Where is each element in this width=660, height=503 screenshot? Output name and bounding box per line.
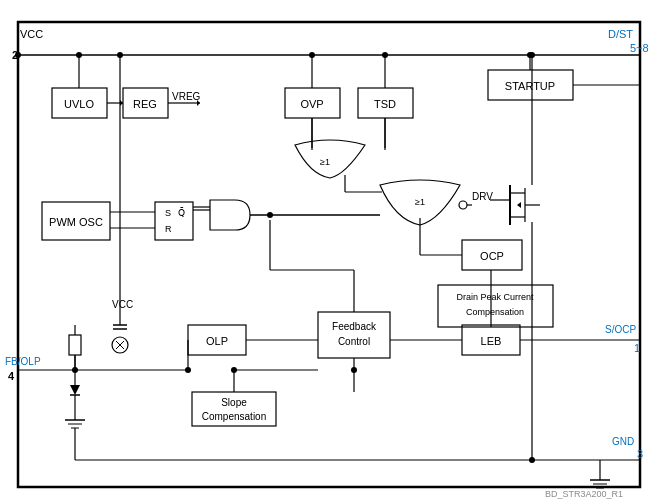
svg-text:S: S (165, 208, 171, 218)
svg-text:Compensation: Compensation (466, 307, 524, 317)
svg-rect-36 (155, 202, 193, 240)
svg-text:BD_STR3A200_R1: BD_STR3A200_R1 (545, 489, 623, 499)
svg-text:D/ST: D/ST (608, 28, 633, 40)
svg-point-54 (529, 52, 535, 58)
svg-text:LEB: LEB (481, 335, 502, 347)
svg-text:Drain Peak Current: Drain Peak Current (456, 292, 534, 302)
svg-text:≥1: ≥1 (320, 157, 330, 167)
svg-text:VCC: VCC (112, 299, 133, 310)
svg-point-15 (76, 52, 82, 58)
svg-point-26 (309, 52, 315, 58)
svg-text:5~8: 5~8 (630, 42, 649, 54)
svg-point-112 (351, 367, 357, 373)
svg-text:FB/OLP: FB/OLP (5, 356, 41, 367)
svg-text:TSD: TSD (374, 98, 396, 110)
svg-text:R: R (165, 224, 172, 234)
svg-text:Q̄: Q̄ (178, 207, 185, 218)
svg-text:3: 3 (637, 448, 643, 460)
svg-marker-86 (70, 385, 80, 395)
svg-marker-52 (517, 202, 521, 208)
svg-point-44 (459, 201, 467, 209)
svg-point-122 (529, 457, 535, 463)
circuit-diagram: 2 VCC D/ST 5~8 STARTUP UVLO REG VREG OVP (0, 0, 660, 503)
svg-text:Slope: Slope (221, 397, 247, 408)
svg-text:1: 1 (634, 342, 640, 354)
svg-text:VREG: VREG (172, 91, 201, 102)
svg-point-30 (382, 52, 388, 58)
svg-text:VCC: VCC (20, 28, 43, 40)
svg-rect-63 (318, 312, 390, 358)
svg-text:STARTUP: STARTUP (505, 80, 555, 92)
svg-text:S/OCP: S/OCP (605, 324, 636, 335)
svg-point-96 (185, 367, 191, 373)
svg-text:PWM OSC: PWM OSC (49, 216, 103, 228)
svg-text:4: 4 (8, 370, 15, 382)
svg-text:OLP: OLP (206, 335, 228, 347)
svg-text:Feedback: Feedback (332, 321, 377, 332)
svg-text:Control: Control (338, 336, 370, 347)
svg-text:≥1: ≥1 (415, 197, 425, 207)
svg-text:2: 2 (12, 49, 18, 61)
svg-rect-83 (69, 335, 81, 355)
svg-text:GND: GND (612, 436, 634, 447)
svg-text:REG: REG (133, 98, 157, 110)
svg-point-93 (117, 52, 123, 58)
svg-text:OCP: OCP (480, 250, 504, 262)
svg-text:Compensation: Compensation (202, 411, 266, 422)
svg-text:OVP: OVP (300, 98, 323, 110)
svg-text:UVLO: UVLO (64, 98, 94, 110)
diagram-container: 2 VCC D/ST 5~8 STARTUP UVLO REG VREG OVP (0, 0, 660, 503)
